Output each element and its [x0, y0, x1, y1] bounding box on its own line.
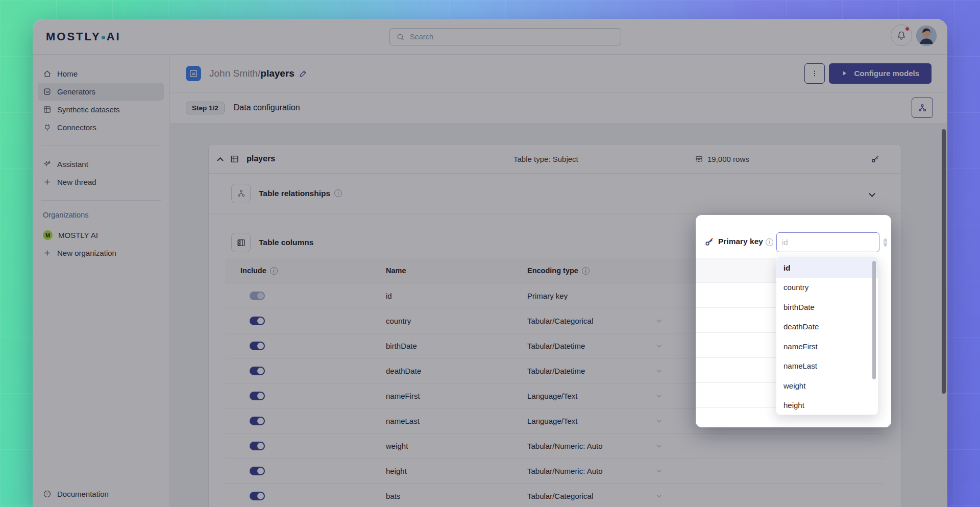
dropdown-option[interactable]: height [776, 396, 878, 416]
primary-key-field-row: Primary key [696, 232, 891, 253]
primary-key-dropdown: idcountrybirthDatedeathDatenameFirstname… [776, 257, 878, 415]
dropdown-option[interactable]: birthDate [776, 297, 878, 317]
dropdown-option[interactable]: weight [776, 376, 878, 396]
dropdown-scrollbar-thumb[interactable] [872, 261, 876, 379]
primary-key-popover: Primary key idcountrybirthDatedeathDaten… [696, 215, 891, 427]
dropdown-option[interactable]: nameLast [776, 356, 878, 376]
clear-input-icon[interactable] [884, 238, 887, 247]
revealed-table-rows [696, 258, 776, 414]
dropdown-option[interactable]: nameFirst [776, 336, 878, 356]
app-window: MOSTLY AI Home [33, 19, 947, 507]
primary-key-input[interactable] [782, 238, 884, 247]
primary-key-input-wrapper [776, 232, 879, 252]
dropdown-option[interactable]: deathDate [776, 317, 878, 337]
dropdown-options: idcountrybirthDatedeathDatenameFirstname… [776, 258, 878, 415]
dropdown-option[interactable]: id [776, 258, 878, 278]
primary-key-label: Primary key [718, 237, 763, 246]
key-icon [704, 236, 715, 247]
info-icon [766, 238, 773, 246]
dropdown-option[interactable]: country [776, 278, 878, 298]
